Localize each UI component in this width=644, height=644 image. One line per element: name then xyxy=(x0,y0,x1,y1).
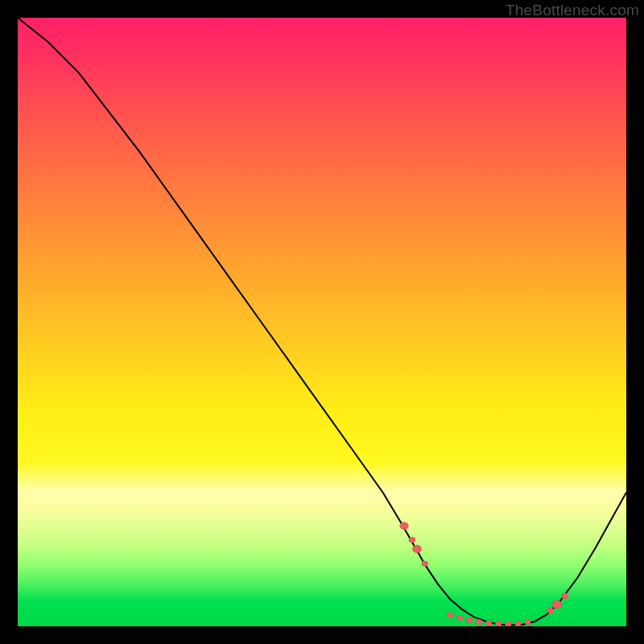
data-marker xyxy=(514,621,521,626)
data-marker xyxy=(485,621,492,626)
data-marker xyxy=(409,537,415,543)
data-marker xyxy=(547,608,554,614)
data-marker xyxy=(495,621,502,626)
data-marker xyxy=(525,619,531,625)
data-marker xyxy=(412,545,422,553)
data-marker xyxy=(422,561,428,567)
data-marker xyxy=(505,621,511,626)
data-marker xyxy=(400,522,409,530)
data-marker xyxy=(447,612,453,617)
data-marker xyxy=(476,619,482,625)
data-marker xyxy=(561,592,568,599)
curve-line xyxy=(18,18,626,625)
chart-svg xyxy=(18,18,626,626)
chart-frame xyxy=(18,18,626,626)
data-marker xyxy=(456,615,463,621)
markers-group xyxy=(400,522,569,626)
data-marker xyxy=(466,617,473,623)
data-marker xyxy=(552,601,562,609)
watermark-text: TheBottleneck.com xyxy=(506,2,639,19)
